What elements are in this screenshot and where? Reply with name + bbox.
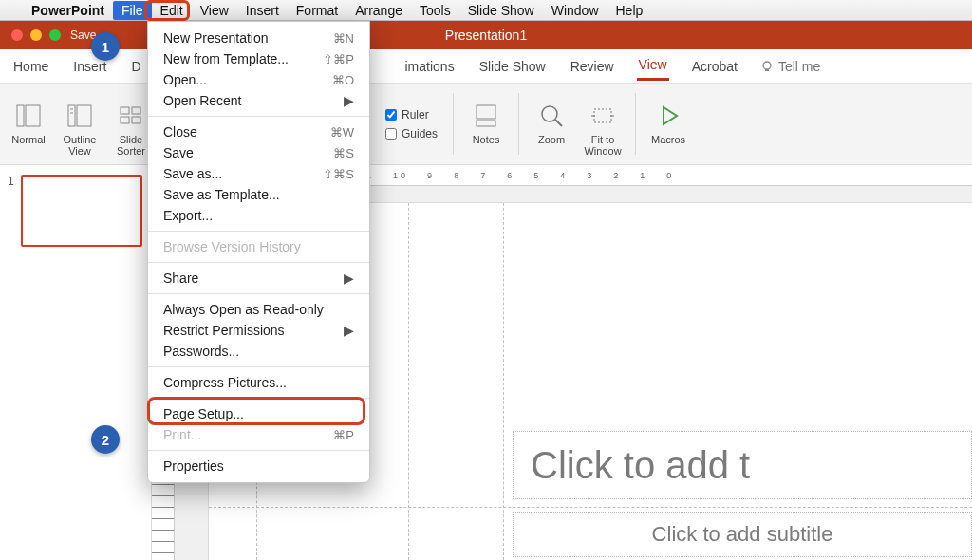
svg-rect-4 [68,105,75,126]
file-menu-save-as-template[interactable]: Save as Template... [148,184,369,205]
file-menu-save[interactable]: Save⌘S [148,142,369,163]
svg-rect-12 [477,105,495,119]
svg-rect-9 [132,107,140,114]
tab-home[interactable]: Home [11,53,50,80]
ribbon-view: Normal Outline View Slide Sorter Ruler G… [0,84,972,165]
guides-label: Guides [402,127,438,140]
file-menu-properties[interactable]: Properties [148,456,369,476]
annotation-badge-1: 1 [91,32,120,61]
tab-review[interactable]: Review [569,53,616,80]
slide-thumbnail-panel: 1 [0,165,152,560]
tell-me-label: Tell me [778,59,820,74]
mac-menubar: PowerPoint File Edit View Insert Format … [0,0,972,21]
slide-sorter-icon [117,102,145,130]
menu-app[interactable]: PowerPoint [23,1,113,20]
file-menu-save-as[interactable]: Save as...⇧⌘S [148,163,369,184]
ruler-label: Ruler [402,108,429,121]
menu-insert[interactable]: Insert [237,1,288,20]
svg-rect-3 [26,105,40,126]
svg-rect-5 [77,105,91,126]
svg-line-15 [555,120,562,126]
guides-checkbox[interactable]: Guides [385,127,438,140]
macros-label: Macros [651,134,685,157]
submenu-arrow-icon: ▶ [344,271,354,286]
ribbon-tabs: Home Insert D imations Slide Show Review… [0,49,972,84]
outline-view-button[interactable]: Outline View [55,87,104,160]
svg-rect-8 [121,107,129,114]
outline-label: Outline View [64,134,97,157]
tell-me-search[interactable]: Tell me [760,59,820,74]
submenu-arrow-icon: ▶ [344,323,354,338]
submenu-arrow-icon: ▶ [344,93,354,108]
file-menu-open[interactable]: Open...⌘O [148,69,369,90]
zoom-icon [537,102,566,130]
svg-point-14 [542,106,557,121]
menu-format[interactable]: Format [288,1,346,20]
zoom-button[interactable]: Zoom [527,87,576,160]
macros-button[interactable]: Macros [644,87,693,160]
file-menu-new-presentation[interactable]: New Presentation⌘N [148,28,369,48]
file-menu-passwords[interactable]: Passwords... [148,341,369,362]
menu-window[interactable]: Window [543,1,608,20]
tab-view[interactable]: View [637,51,669,81]
notes-button[interactable]: Notes [461,87,511,160]
menu-arrange[interactable]: Arrange [346,1,411,20]
normal-label: Normal [11,134,45,157]
main-area: 1 161514131211109876543210 Click to add … [0,165,972,560]
file-menu-compress-pictures[interactable]: Compress Pictures... [148,372,369,393]
menu-tools[interactable]: Tools [411,1,459,20]
file-menu-close[interactable]: Close⌘W [148,121,369,142]
macros-icon [654,102,682,130]
separator [453,93,454,155]
file-menu-share[interactable]: Share▶ [148,268,369,289]
sorter-label: Slide Sorter [117,134,145,157]
menu-slideshow[interactable]: Slide Show [459,1,543,20]
zoom-label: Zoom [538,134,565,157]
file-menu-always-open-as-read-only[interactable]: Always Open as Read-only [148,299,369,320]
svg-rect-2 [17,105,24,126]
document-title: Presentation1 [0,28,972,43]
menu-edit[interactable]: Edit [152,1,192,20]
svg-marker-17 [664,107,677,124]
svg-rect-10 [121,117,129,123]
tab-d[interactable]: D [129,53,142,80]
lightbulb-icon [760,60,774,73]
separator [518,93,519,155]
notes-label: Notes [473,134,500,157]
fit-to-window-button[interactable]: Fit to Window [578,87,627,160]
file-menu-restrict-permissions[interactable]: Restrict Permissions▶ [148,320,369,341]
menu-file[interactable]: File [113,1,152,20]
outline-view-icon [65,102,94,130]
notes-icon [472,102,500,130]
separator [635,93,636,155]
svg-rect-13 [477,121,495,126]
fit-label: Fit to Window [584,134,621,157]
tab-acrobat[interactable]: Acrobat [690,53,739,80]
title-placeholder[interactable]: Click to add t [513,431,972,499]
slide-number: 1 [8,175,14,188]
normal-view-icon [14,102,43,130]
svg-rect-11 [132,117,140,123]
tab-slideshow[interactable]: Slide Show [477,53,548,80]
subtitle-placeholder[interactable]: Click to add subtitle [513,512,972,557]
fit-window-icon [589,102,617,130]
window-titlebar: Save Presentation1 [0,21,972,49]
annotation-badge-2: 2 [91,425,120,454]
show-group: Ruler Guides [378,87,445,160]
file-menu-new-from-template[interactable]: New from Template...⇧⌘P [148,48,369,69]
slide-thumbnail-1[interactable] [21,175,142,247]
file-menu-browse-version-history: Browse Version History [148,236,369,257]
menu-view[interactable]: View [192,1,237,20]
file-menu-page-setup[interactable]: Page Setup... [148,403,369,424]
svg-rect-16 [594,109,611,122]
normal-view-button[interactable]: Normal [4,87,53,160]
file-menu-print: Print...⌘P [148,424,369,445]
file-menu-export[interactable]: Export... [148,205,369,226]
menu-help[interactable]: Help [608,1,652,20]
svg-point-0 [763,62,771,69]
guide-line [209,507,972,508]
tab-animations[interactable]: imations [403,53,457,80]
svg-rect-1 [765,69,769,71]
ruler-checkbox[interactable]: Ruler [385,108,438,121]
file-menu-open-recent[interactable]: Open Recent▶ [148,90,369,111]
